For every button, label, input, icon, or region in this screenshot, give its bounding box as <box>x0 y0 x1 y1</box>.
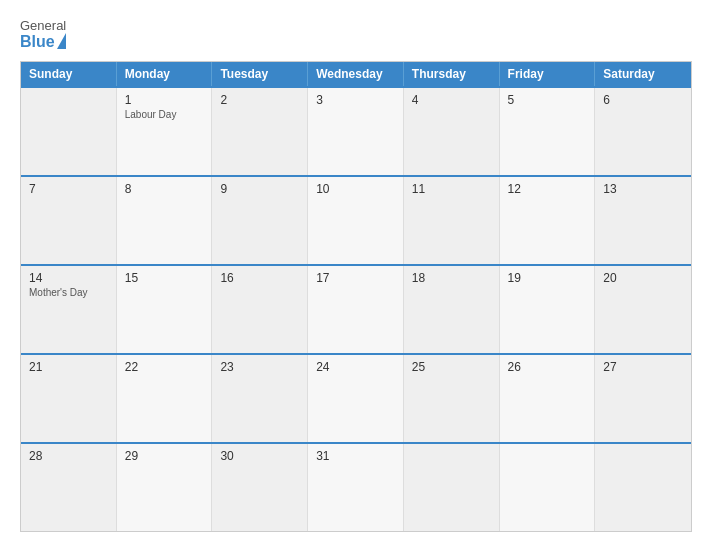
cal-cell-w4d6 <box>595 444 691 531</box>
day-number: 28 <box>29 449 108 463</box>
day-number: 11 <box>412 182 491 196</box>
cal-cell-w1d5: 12 <box>500 177 596 264</box>
cal-cell-w1d3: 10 <box>308 177 404 264</box>
cal-cell-w0d0 <box>21 88 117 175</box>
day-number: 15 <box>125 271 204 285</box>
day-number: 5 <box>508 93 587 107</box>
day-number: 29 <box>125 449 204 463</box>
day-number: 21 <box>29 360 108 374</box>
day-number: 25 <box>412 360 491 374</box>
day-number: 19 <box>508 271 587 285</box>
cal-cell-w1d6: 13 <box>595 177 691 264</box>
cal-cell-w2d2: 16 <box>212 266 308 353</box>
cal-cell-w2d1: 15 <box>117 266 213 353</box>
day-number: 12 <box>508 182 587 196</box>
calendar: SundayMondayTuesdayWednesdayThursdayFrid… <box>20 61 692 532</box>
day-number: 24 <box>316 360 395 374</box>
day-number: 3 <box>316 93 395 107</box>
cal-cell-w4d3: 31 <box>308 444 404 531</box>
cal-cell-w4d2: 30 <box>212 444 308 531</box>
cal-cell-w3d0: 21 <box>21 355 117 442</box>
cal-cell-w0d6: 6 <box>595 88 691 175</box>
cal-cell-w3d6: 27 <box>595 355 691 442</box>
cal-cell-w2d6: 20 <box>595 266 691 353</box>
cal-cell-w1d0: 7 <box>21 177 117 264</box>
week-row-4: 28293031 <box>21 442 691 531</box>
day-number: 9 <box>220 182 299 196</box>
day-number: 30 <box>220 449 299 463</box>
day-number: 26 <box>508 360 587 374</box>
day-number: 10 <box>316 182 395 196</box>
cal-cell-w3d3: 24 <box>308 355 404 442</box>
cal-cell-w2d5: 19 <box>500 266 596 353</box>
logo-general-text: General <box>20 18 66 33</box>
cal-cell-w3d1: 22 <box>117 355 213 442</box>
logo-blue-text: Blue <box>20 33 55 51</box>
day-number: 13 <box>603 182 683 196</box>
week-row-3: 21222324252627 <box>21 353 691 442</box>
day-number: 2 <box>220 93 299 107</box>
cal-cell-w0d2: 2 <box>212 88 308 175</box>
week-row-2: 14Mother's Day151617181920 <box>21 264 691 353</box>
calendar-body: 1Labour Day234567891011121314Mother's Da… <box>21 86 691 531</box>
day-number: 6 <box>603 93 683 107</box>
cal-cell-w4d4 <box>404 444 500 531</box>
cal-cell-w4d1: 29 <box>117 444 213 531</box>
header-day-friday: Friday <box>500 62 596 86</box>
cal-cell-w3d2: 23 <box>212 355 308 442</box>
header-day-thursday: Thursday <box>404 62 500 86</box>
cal-cell-w1d2: 9 <box>212 177 308 264</box>
day-number: 1 <box>125 93 204 107</box>
day-number: 4 <box>412 93 491 107</box>
cal-cell-w2d3: 17 <box>308 266 404 353</box>
cal-cell-w4d5 <box>500 444 596 531</box>
day-number: 8 <box>125 182 204 196</box>
logo: General Blue <box>20 18 66 51</box>
header: General Blue <box>20 18 692 51</box>
day-number: 22 <box>125 360 204 374</box>
day-number: 17 <box>316 271 395 285</box>
day-number: 23 <box>220 360 299 374</box>
day-event: Labour Day <box>125 109 204 120</box>
cal-cell-w1d4: 11 <box>404 177 500 264</box>
day-number: 31 <box>316 449 395 463</box>
cal-cell-w0d3: 3 <box>308 88 404 175</box>
cal-cell-w0d4: 4 <box>404 88 500 175</box>
week-row-1: 78910111213 <box>21 175 691 264</box>
cal-cell-w0d1: 1Labour Day <box>117 88 213 175</box>
cal-cell-w3d4: 25 <box>404 355 500 442</box>
day-number: 20 <box>603 271 683 285</box>
cal-cell-w3d5: 26 <box>500 355 596 442</box>
cal-cell-w2d0: 14Mother's Day <box>21 266 117 353</box>
day-number: 7 <box>29 182 108 196</box>
header-day-saturday: Saturday <box>595 62 691 86</box>
header-day-wednesday: Wednesday <box>308 62 404 86</box>
logo-triangle-icon <box>57 33 66 49</box>
day-event: Mother's Day <box>29 287 108 298</box>
day-number: 27 <box>603 360 683 374</box>
cal-cell-w2d4: 18 <box>404 266 500 353</box>
header-day-sunday: Sunday <box>21 62 117 86</box>
cal-cell-w1d1: 8 <box>117 177 213 264</box>
cal-cell-w0d5: 5 <box>500 88 596 175</box>
week-row-0: 1Labour Day23456 <box>21 86 691 175</box>
day-number: 14 <box>29 271 108 285</box>
header-day-monday: Monday <box>117 62 213 86</box>
page: General Blue SundayMondayTuesdayWednesda… <box>0 0 712 550</box>
calendar-header: SundayMondayTuesdayWednesdayThursdayFrid… <box>21 62 691 86</box>
day-number: 18 <box>412 271 491 285</box>
day-number: 16 <box>220 271 299 285</box>
header-day-tuesday: Tuesday <box>212 62 308 86</box>
cal-cell-w4d0: 28 <box>21 444 117 531</box>
